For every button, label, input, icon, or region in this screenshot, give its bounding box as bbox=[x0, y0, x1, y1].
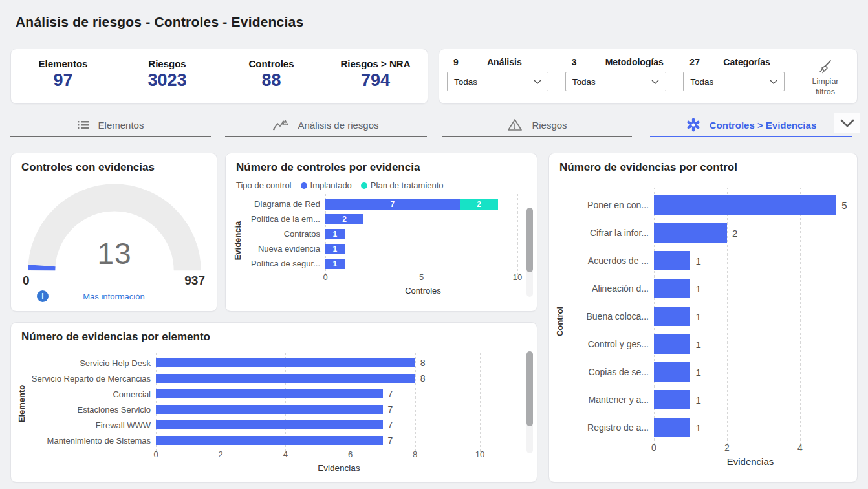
bar-segment[interactable] bbox=[156, 436, 383, 445]
y-axis-title: Control bbox=[555, 307, 565, 336]
bar-segment[interactable]: 1 bbox=[325, 259, 345, 269]
clear-filters-label: Limpiar bbox=[801, 77, 849, 87]
bar-track: 1 bbox=[325, 256, 521, 271]
bar-track: 1 bbox=[325, 241, 521, 256]
tick-label: 10 bbox=[513, 272, 522, 282]
bar-value-label: 1 bbox=[695, 422, 700, 433]
bar-segment[interactable]: 2 bbox=[460, 199, 498, 210]
chart-title: Número de evidencias por elemento bbox=[21, 331, 526, 343]
categorias-dropdown[interactable]: Todas bbox=[683, 72, 785, 91]
scrollbar-thumb[interactable] bbox=[526, 351, 533, 426]
bar-segment[interactable] bbox=[156, 389, 383, 398]
chart-title: Controles con evidencias bbox=[21, 161, 206, 174]
broom-icon bbox=[817, 58, 834, 75]
y-axis-title: Elemento bbox=[17, 385, 27, 423]
bar-segment[interactable]: 1 bbox=[325, 229, 345, 239]
bar-row: Comercial7 bbox=[21, 386, 526, 402]
bar-segment[interactable] bbox=[156, 420, 383, 429]
category-label: Poner en con... bbox=[559, 200, 654, 210]
chevron-down-icon bbox=[840, 119, 854, 127]
kpi-value: 97 bbox=[11, 71, 115, 91]
bar-track: 2 bbox=[654, 219, 847, 246]
kpi-label: Elementos bbox=[11, 58, 115, 69]
category-label: Control y ges... bbox=[559, 339, 654, 349]
bar-value-label: 1 bbox=[695, 338, 700, 349]
bar-segment[interactable] bbox=[654, 195, 836, 215]
metodologias-dropdown[interactable]: Todas bbox=[565, 72, 667, 91]
more-info-link[interactable]: Más información bbox=[83, 292, 144, 301]
bar-track: 2 bbox=[325, 212, 521, 226]
tabs-expand-button[interactable] bbox=[834, 113, 860, 133]
bar-segment[interactable] bbox=[654, 307, 690, 326]
category-label: Firewall WWW bbox=[21, 420, 156, 430]
bar-value-label: 7 bbox=[388, 389, 393, 399]
bar-track: 7 bbox=[156, 386, 522, 402]
bar-segment[interactable] bbox=[654, 362, 690, 382]
chart-title: Número de evidencias por control bbox=[559, 161, 847, 174]
category-label: Mantenimiento de Sistemas bbox=[21, 436, 156, 446]
bar-row: Mantener y a...1 bbox=[559, 386, 847, 413]
x-axis-title: Controles bbox=[325, 286, 521, 296]
legend-dot bbox=[301, 182, 307, 189]
scrollbar-thumb[interactable] bbox=[526, 208, 533, 272]
x-axis-ticks: 0510 bbox=[325, 272, 521, 285]
bar-segment[interactable] bbox=[156, 358, 415, 367]
legend-label: Implantado bbox=[310, 180, 352, 190]
category-label: Diagrama de Red bbox=[236, 199, 325, 209]
bar-track: 72 bbox=[325, 197, 521, 212]
bar-segment[interactable] bbox=[654, 251, 690, 270]
bar-segment[interactable] bbox=[654, 390, 690, 409]
scrollbar[interactable] bbox=[526, 351, 533, 453]
bar-segment[interactable]: 7 bbox=[325, 199, 460, 210]
legend-entry-plan[interactable]: Plan de tratamiento bbox=[361, 180, 444, 190]
bar-track: 1 bbox=[654, 302, 847, 330]
scrollbar[interactable] bbox=[526, 208, 533, 297]
dropdown-value: Todas bbox=[454, 77, 477, 87]
dropdown-value: Todas bbox=[572, 77, 596, 87]
bar-row: Buena coloca...1 bbox=[559, 302, 847, 330]
bar-row: Nueva evidencia1 bbox=[236, 241, 526, 256]
legend-entry-implantado[interactable]: Implantado bbox=[301, 180, 352, 190]
tick-label: 2 bbox=[219, 450, 223, 459]
tick-label: 5 bbox=[419, 272, 424, 282]
tab-label: Análisis de riesgos bbox=[298, 120, 378, 131]
bar-row: Firewall WWW7 bbox=[21, 417, 526, 433]
chart-card-evidencias-por-control: Número de evidencias por control Poner e… bbox=[548, 153, 858, 483]
tab-controles-evidencias[interactable]: Controles > Evidencias bbox=[650, 114, 852, 137]
bar-track: 1 bbox=[325, 226, 521, 241]
filter-categorias: 27 Categorías Todas bbox=[683, 56, 785, 97]
kpi-label: Riesgos bbox=[115, 58, 219, 69]
category-label: Cifrar la infor... bbox=[559, 228, 654, 238]
list-icon bbox=[78, 120, 89, 130]
tick-label: 2 bbox=[724, 442, 730, 453]
analisis-dropdown[interactable]: Todas bbox=[447, 72, 548, 91]
category-label: Política de la em... bbox=[236, 214, 325, 224]
chevron-down-icon bbox=[770, 80, 777, 84]
kpi-riesgos-nra: Riesgos > NRA 794 bbox=[323, 49, 428, 103]
tab-riesgos[interactable]: Riesgos bbox=[442, 114, 632, 137]
bar-segment[interactable] bbox=[654, 279, 690, 298]
bar-value-label: 1 bbox=[695, 310, 700, 321]
gauge-card-controles-con-evidencias: Controles con evidencias 13 0 937 i Más … bbox=[10, 153, 217, 312]
bar-segment[interactable] bbox=[156, 405, 383, 414]
clear-filters-button[interactable]: Limpiar filtros bbox=[801, 56, 849, 97]
bar-segment[interactable] bbox=[156, 374, 415, 383]
bar-segment[interactable] bbox=[654, 223, 727, 243]
info-icon[interactable]: i bbox=[37, 290, 49, 302]
tab-analisis-de-riesgos[interactable]: Análisis de riesgos bbox=[225, 114, 427, 137]
category-label: Servicio Help Desk bbox=[21, 358, 156, 368]
filter-label: Metodologías bbox=[605, 57, 664, 67]
bar-value-label: 8 bbox=[420, 373, 426, 384]
chart-card-evidencias-por-elemento: Número de evidencias por elemento Servic… bbox=[10, 322, 537, 483]
bar-segment[interactable] bbox=[654, 418, 690, 437]
gauge-min: 0 bbox=[23, 274, 30, 288]
bar-track: 1 bbox=[654, 246, 847, 274]
bar-segment[interactable]: 2 bbox=[325, 214, 363, 224]
bar-row: Servicio Reparto de Mercancias8 bbox=[21, 371, 526, 386]
legend-label: Plan de tratamiento bbox=[371, 180, 444, 190]
risk-analysis-icon bbox=[273, 119, 288, 131]
tab-elementos[interactable]: Elementos bbox=[10, 114, 211, 137]
bar-segment[interactable]: 1 bbox=[325, 244, 345, 254]
filters-card: 9 Análisis Todas 3 Metodologías Todas 27… bbox=[439, 49, 858, 104]
bar-segment[interactable] bbox=[654, 334, 690, 354]
